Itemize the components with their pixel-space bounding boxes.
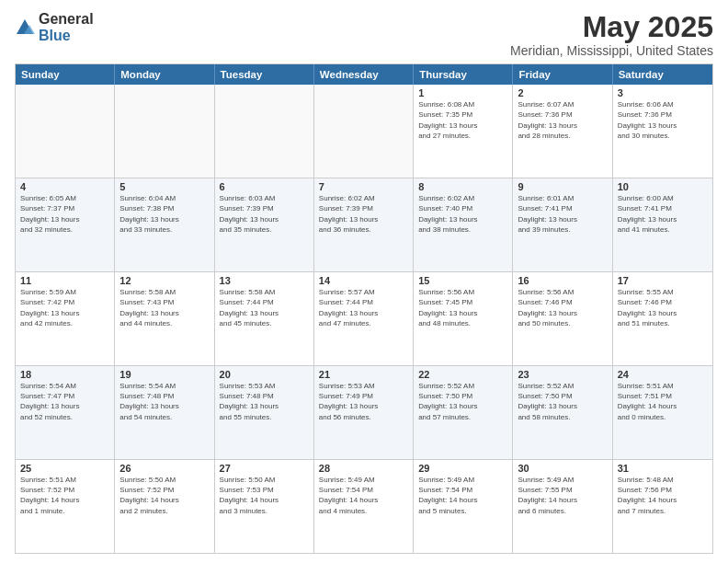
- day-info: Sunrise: 5:53 AM Sunset: 7:49 PM Dayligh…: [319, 381, 408, 422]
- day-number: 31: [618, 463, 708, 474]
- day-number: 22: [418, 369, 507, 380]
- calendar-cell: 26Sunrise: 5:50 AM Sunset: 7:52 PM Dayli…: [115, 460, 214, 553]
- logo-general: General: [39, 11, 94, 28]
- day-number: 29: [418, 463, 507, 474]
- calendar-cell: 12Sunrise: 5:58 AM Sunset: 7:43 PM Dayli…: [115, 272, 214, 365]
- calendar-cell: 17Sunrise: 5:55 AM Sunset: 7:46 PM Dayli…: [613, 272, 712, 365]
- day-number: 19: [119, 369, 209, 380]
- day-number: 16: [518, 275, 607, 286]
- day-number: 20: [220, 369, 309, 380]
- day-info: Sunrise: 5:58 AM Sunset: 7:43 PM Dayligh…: [119, 287, 209, 328]
- day-info: Sunrise: 5:51 AM Sunset: 7:52 PM Dayligh…: [20, 475, 109, 516]
- day-info: Sunrise: 5:58 AM Sunset: 7:44 PM Dayligh…: [220, 287, 309, 328]
- calendar-week: 4Sunrise: 6:05 AM Sunset: 7:37 PM Daylig…: [16, 178, 712, 272]
- calendar-cell: [215, 85, 314, 178]
- subtitle: Meridian, Mississippi, United States: [510, 43, 713, 58]
- calendar-cell: 29Sunrise: 5:49 AM Sunset: 7:54 PM Dayli…: [414, 460, 513, 553]
- day-number: 27: [220, 463, 309, 474]
- day-info: Sunrise: 5:59 AM Sunset: 7:42 PM Dayligh…: [20, 287, 109, 328]
- calendar-cell: 19Sunrise: 5:54 AM Sunset: 7:48 PM Dayli…: [115, 366, 214, 459]
- day-number: 5: [119, 181, 209, 192]
- day-info: Sunrise: 6:04 AM Sunset: 7:38 PM Dayligh…: [119, 193, 209, 235]
- calendar-cell: 18Sunrise: 5:54 AM Sunset: 7:47 PM Dayli…: [16, 366, 115, 459]
- calendar-cell: 24Sunrise: 5:51 AM Sunset: 7:51 PM Dayli…: [613, 366, 712, 459]
- day-info: Sunrise: 5:49 AM Sunset: 7:54 PM Dayligh…: [319, 475, 408, 516]
- day-info: Sunrise: 5:57 AM Sunset: 7:44 PM Dayligh…: [319, 287, 408, 328]
- day-info: Sunrise: 5:48 AM Sunset: 7:56 PM Dayligh…: [618, 475, 708, 516]
- day-info: Sunrise: 6:05 AM Sunset: 7:37 PM Dayligh…: [20, 193, 109, 235]
- day-info: Sunrise: 6:02 AM Sunset: 7:40 PM Dayligh…: [418, 193, 507, 235]
- calendar-cell: 10Sunrise: 6:00 AM Sunset: 7:41 PM Dayli…: [613, 178, 712, 271]
- calendar-week: 11Sunrise: 5:59 AM Sunset: 7:42 PM Dayli…: [16, 272, 712, 366]
- day-number: 21: [319, 369, 408, 380]
- day-number: 14: [319, 275, 408, 286]
- day-info: Sunrise: 5:56 AM Sunset: 7:45 PM Dayligh…: [418, 287, 507, 328]
- cal-header-cell: Wednesday: [314, 64, 414, 85]
- calendar-cell: 1Sunrise: 6:08 AM Sunset: 7:35 PM Daylig…: [414, 85, 513, 178]
- logo: General Blue: [15, 11, 94, 43]
- logo-text: General Blue: [39, 11, 94, 43]
- calendar-week: 18Sunrise: 5:54 AM Sunset: 7:47 PM Dayli…: [16, 366, 712, 460]
- calendar-cell: 21Sunrise: 5:53 AM Sunset: 7:49 PM Dayli…: [314, 366, 414, 459]
- day-number: 1: [418, 87, 507, 98]
- calendar: SundayMondayTuesdayWednesdayThursdayFrid…: [15, 63, 713, 554]
- title-block: May 2025 Meridian, Mississippi, United S…: [510, 11, 713, 58]
- day-info: Sunrise: 5:54 AM Sunset: 7:48 PM Dayligh…: [119, 381, 209, 422]
- cal-header-cell: Tuesday: [215, 64, 314, 85]
- day-info: Sunrise: 5:50 AM Sunset: 7:52 PM Dayligh…: [119, 475, 209, 516]
- day-info: Sunrise: 6:03 AM Sunset: 7:39 PM Dayligh…: [220, 193, 309, 235]
- day-number: 18: [20, 369, 109, 380]
- day-info: Sunrise: 5:55 AM Sunset: 7:46 PM Dayligh…: [618, 287, 708, 328]
- day-number: 25: [20, 463, 109, 474]
- day-number: 4: [20, 181, 109, 192]
- day-info: Sunrise: 5:52 AM Sunset: 7:50 PM Dayligh…: [418, 381, 507, 422]
- calendar-cell: 8Sunrise: 6:02 AM Sunset: 7:40 PM Daylig…: [414, 178, 513, 271]
- cal-header-cell: Sunday: [16, 64, 115, 85]
- calendar-cell: 15Sunrise: 5:56 AM Sunset: 7:45 PM Dayli…: [414, 272, 513, 365]
- day-number: 8: [418, 181, 507, 192]
- calendar-cell: 7Sunrise: 6:02 AM Sunset: 7:39 PM Daylig…: [314, 178, 414, 271]
- calendar-cell: 28Sunrise: 5:49 AM Sunset: 7:54 PM Dayli…: [314, 460, 414, 553]
- calendar-week: 25Sunrise: 5:51 AM Sunset: 7:52 PM Dayli…: [16, 460, 712, 553]
- day-number: 9: [518, 181, 607, 192]
- day-info: Sunrise: 5:54 AM Sunset: 7:47 PM Dayligh…: [20, 381, 109, 422]
- day-number: 24: [618, 369, 708, 380]
- calendar-cell: 27Sunrise: 5:50 AM Sunset: 7:53 PM Dayli…: [215, 460, 314, 553]
- day-info: Sunrise: 6:06 AM Sunset: 7:36 PM Dayligh…: [618, 99, 708, 141]
- calendar-cell: 20Sunrise: 5:53 AM Sunset: 7:48 PM Dayli…: [215, 366, 314, 459]
- calendar-header: SundayMondayTuesdayWednesdayThursdayFrid…: [16, 64, 712, 85]
- day-info: Sunrise: 6:07 AM Sunset: 7:36 PM Dayligh…: [518, 99, 607, 141]
- day-info: Sunrise: 6:02 AM Sunset: 7:39 PM Dayligh…: [319, 193, 408, 235]
- day-number: 15: [418, 275, 507, 286]
- calendar-body: 1Sunrise: 6:08 AM Sunset: 7:35 PM Daylig…: [16, 85, 712, 553]
- day-number: 11: [20, 275, 109, 286]
- calendar-cell: 23Sunrise: 5:52 AM Sunset: 7:50 PM Dayli…: [513, 366, 612, 459]
- day-info: Sunrise: 6:08 AM Sunset: 7:35 PM Dayligh…: [418, 99, 507, 141]
- calendar-cell: 3Sunrise: 6:06 AM Sunset: 7:36 PM Daylig…: [613, 85, 712, 178]
- day-info: Sunrise: 5:49 AM Sunset: 7:54 PM Dayligh…: [418, 475, 507, 516]
- calendar-cell: [115, 85, 214, 178]
- day-number: 17: [618, 275, 708, 286]
- day-number: 3: [618, 87, 708, 98]
- day-number: 28: [319, 463, 408, 474]
- calendar-cell: 25Sunrise: 5:51 AM Sunset: 7:52 PM Dayli…: [16, 460, 115, 553]
- calendar-cell: 11Sunrise: 5:59 AM Sunset: 7:42 PM Dayli…: [16, 272, 115, 365]
- calendar-cell: [16, 85, 115, 178]
- calendar-cell: 16Sunrise: 5:56 AM Sunset: 7:46 PM Dayli…: [513, 272, 612, 365]
- calendar-cell: 4Sunrise: 6:05 AM Sunset: 7:37 PM Daylig…: [16, 178, 115, 271]
- logo-icon: [15, 17, 35, 38]
- calendar-cell: 22Sunrise: 5:52 AM Sunset: 7:50 PM Dayli…: [414, 366, 513, 459]
- cal-header-cell: Friday: [513, 64, 612, 85]
- day-info: Sunrise: 5:50 AM Sunset: 7:53 PM Dayligh…: [220, 475, 309, 516]
- cal-header-cell: Monday: [115, 64, 214, 85]
- day-number: 13: [220, 275, 309, 286]
- day-number: 26: [119, 463, 209, 474]
- day-info: Sunrise: 5:49 AM Sunset: 7:55 PM Dayligh…: [518, 475, 607, 516]
- calendar-week: 1Sunrise: 6:08 AM Sunset: 7:35 PM Daylig…: [16, 85, 712, 178]
- day-info: Sunrise: 5:56 AM Sunset: 7:46 PM Dayligh…: [518, 287, 607, 328]
- day-number: 10: [618, 181, 708, 192]
- main-title: May 2025: [510, 11, 713, 43]
- cal-header-cell: Thursday: [414, 64, 513, 85]
- day-number: 30: [518, 463, 607, 474]
- calendar-cell: 30Sunrise: 5:49 AM Sunset: 7:55 PM Dayli…: [513, 460, 612, 553]
